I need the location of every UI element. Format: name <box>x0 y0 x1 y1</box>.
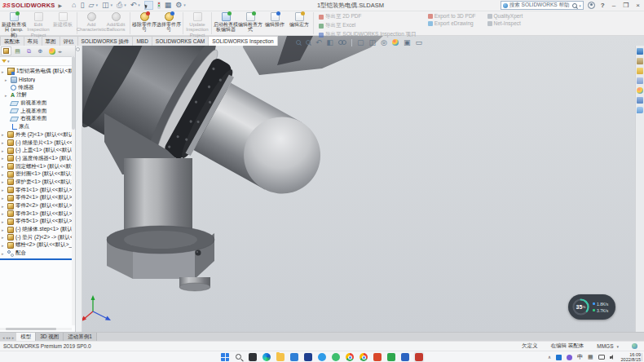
chrome-icon[interactable] <box>359 353 368 361</box>
input-grid-icon[interactable]: ▦ <box>588 353 593 361</box>
close-button[interactable]: × <box>634 2 642 9</box>
status-light-icon[interactable] <box>157 2 161 9</box>
menu-expand-arrow[interactable]: ▶ <box>58 2 62 8</box>
file-explorer-icon[interactable] <box>637 68 643 74</box>
tree-component-row[interactable]: 零件2<1> (默认<<默认>_显示状 <box>0 194 75 202</box>
help-button[interactable]: ? <box>599 2 607 9</box>
file-properties-icon[interactable]: ▦ <box>165 0 172 11</box>
minimize-button[interactable]: – <box>611 2 617 9</box>
expander-icon[interactable] <box>2 179 6 184</box>
search-icon[interactable] <box>235 353 243 361</box>
word-app-icon[interactable] <box>401 353 409 361</box>
tree-component-row[interactable]: 螺栓<2> (默认<<默认>_显示状态 <box>0 241 75 249</box>
expander-icon[interactable] <box>2 219 6 224</box>
dark-app-icon[interactable] <box>249 353 257 361</box>
edit-macro-button[interactable]: 编辑宏方 <box>287 11 311 35</box>
expander-icon[interactable] <box>2 196 6 201</box>
dynamic-annotation-icon[interactable] <box>338 40 346 45</box>
edge-icon[interactable] <box>262 353 271 361</box>
tab-feature-manager[interactable] <box>1 46 11 55</box>
print-icon[interactable]: ⎙ <box>117 0 122 11</box>
edit-operations-button[interactable]: 编辑操作 <box>262 11 287 35</box>
options-gear-icon[interactable]: ⚙ <box>175 0 182 11</box>
wps-app-icon[interactable] <box>387 353 395 361</box>
resources-home-icon[interactable] <box>637 48 643 55</box>
new-template-button[interactable]: 新建模板 <box>51 11 75 35</box>
panel-tab-arrows[interactable]: ◂▸ <box>58 49 62 54</box>
tab-solidworks-inspection[interactable]: SOLIDWORKS Inspection <box>208 36 278 46</box>
remove-balloons-button[interactable]: 移除零件序号 <box>132 11 157 35</box>
file-explorer-icon[interactable] <box>276 353 285 361</box>
tab-property-manager[interactable]: ▤ <box>12 46 23 55</box>
expander-icon[interactable] <box>2 235 6 240</box>
tab-addins[interactable]: SOLIDWORKS 插件 <box>77 36 134 46</box>
display-style-icon[interactable]: ◫ <box>369 38 377 46</box>
login-avatar-icon[interactable] <box>588 2 595 9</box>
filter-icon[interactable] <box>2 60 7 63</box>
expander-icon[interactable] <box>2 172 6 177</box>
tree-component-row[interactable]: (-) 上盖<1> (默认<<默认>_显示状 <box>0 147 75 155</box>
edit-appearance-icon[interactable] <box>392 39 399 46</box>
expander-icon[interactable] <box>2 204 6 209</box>
graphics-area[interactable]: ↶ ◧ ▢ ◫ ◎ ▣ ▭ 35% 1.8K/s <box>0 36 644 332</box>
export-menu-item[interactable]: Export eDrawing <box>428 20 476 26</box>
open-icon[interactable]: ▱ <box>88 0 94 11</box>
export-menu-item[interactable]: Net-Inspect <box>487 20 523 26</box>
tree-annotations-row[interactable]: A 注解 <box>0 91 75 99</box>
home-icon[interactable]: ⌂ <box>72 0 76 11</box>
tree-component-row[interactable]: 零件1<1> (默认<<默认>_显示状态 <box>0 186 75 194</box>
options-dropdown-caret[interactable]: ▾ <box>183 0 186 11</box>
cloud-app-icon[interactable] <box>318 353 326 361</box>
tab-dimxpert-manager[interactable]: ⊕ <box>35 46 46 55</box>
zoom-fit-icon[interactable] <box>296 40 301 45</box>
units-selector[interactable]: MMGS <box>597 343 613 349</box>
restore-button[interactable]: ❒ <box>621 2 630 9</box>
ime-indicator[interactable]: 中 <box>577 353 583 361</box>
clock[interactable]: 16:09 2022/8/15 <box>621 352 641 362</box>
tree-component-row[interactable]: 零件5<1> (默认<<默认>_显示状态 <box>0 218 75 226</box>
export-menu-item[interactable]: Export to 3D PDF <box>428 13 476 19</box>
select-balloons-button[interactable]: 选择零件序号 <box>157 11 181 35</box>
splitter-knob-icon[interactable] <box>76 47 80 51</box>
help-search-box[interactable]: 搜索 SOLIDWORKS 帮助 ▾ <box>501 1 584 10</box>
tree-horizontal-scrollbar[interactable] <box>0 328 72 330</box>
apply-scene-icon[interactable]: ▣ <box>404 38 411 46</box>
view-palette-icon[interactable] <box>637 77 643 84</box>
expander-icon[interactable] <box>2 251 6 256</box>
export-menu-item[interactable]: 导出至 Excel <box>319 22 417 29</box>
tree-front-plane-row[interactable]: 前视基准面 <box>0 99 75 108</box>
onedrive-tray-icon[interactable] <box>556 355 562 360</box>
green-app-icon[interactable] <box>332 353 340 361</box>
expander-icon[interactable] <box>2 148 6 153</box>
select-tool-icon[interactable] <box>144 1 153 10</box>
tab-display-manager[interactable] <box>46 46 57 55</box>
volume-icon[interactable] <box>610 354 616 360</box>
export-menu-item[interactable]: 导出至 SOLIDWORKS Inspection 项目 <box>319 31 417 38</box>
expander-icon[interactable] <box>2 132 6 137</box>
edit-inspection-project-button[interactable]: Edit Inspection Project <box>26 11 51 35</box>
tree-component-row[interactable]: 零件3<1> (默认<<默认>_显示状 <box>0 210 75 218</box>
save-icon[interactable]: ◫ <box>102 0 109 11</box>
tree-mates-row[interactable]: 配合 <box>0 249 75 258</box>
view-orientation-icon[interactable]: ▢ <box>357 38 364 46</box>
tree-sensors-row[interactable]: 传感器 <box>0 83 75 91</box>
store-icon[interactable] <box>304 353 312 361</box>
expander-icon[interactable] <box>2 69 6 74</box>
open-dropdown-caret[interactable]: ▾ <box>95 0 98 11</box>
hide-show-items-icon[interactable]: ◎ <box>381 38 387 46</box>
expander-icon[interactable] <box>5 93 9 98</box>
undo-icon[interactable]: ↶ <box>130 0 137 11</box>
tree-component-row[interactable]: 外壳 (2)<1> (默认<<默认>_显示状 <box>0 131 75 139</box>
edit-inspection-methods-button[interactable]: 编辑检查方式 <box>238 11 262 35</box>
launch-template-editor-button[interactable]: 启动检查模板编辑器 <box>214 11 238 35</box>
tree-top-plane-row[interactable]: 上视基准面 <box>0 107 75 115</box>
expander-icon[interactable] <box>2 211 6 216</box>
new-document-icon[interactable]: ▯ <box>81 0 85 11</box>
performance-overlay[interactable]: 35% 1.8K/s 3.7K/s <box>568 294 615 320</box>
tree-right-plane-row[interactable]: 右视基准面 <box>0 115 75 123</box>
expander-icon[interactable] <box>2 243 6 248</box>
expander-icon[interactable] <box>2 140 6 145</box>
tab-evaluate[interactable]: 评估 <box>60 36 78 46</box>
update-inspection-project-button[interactable]: Update Inspection Project <box>185 11 210 35</box>
appearances-icon[interactable] <box>637 87 643 94</box>
